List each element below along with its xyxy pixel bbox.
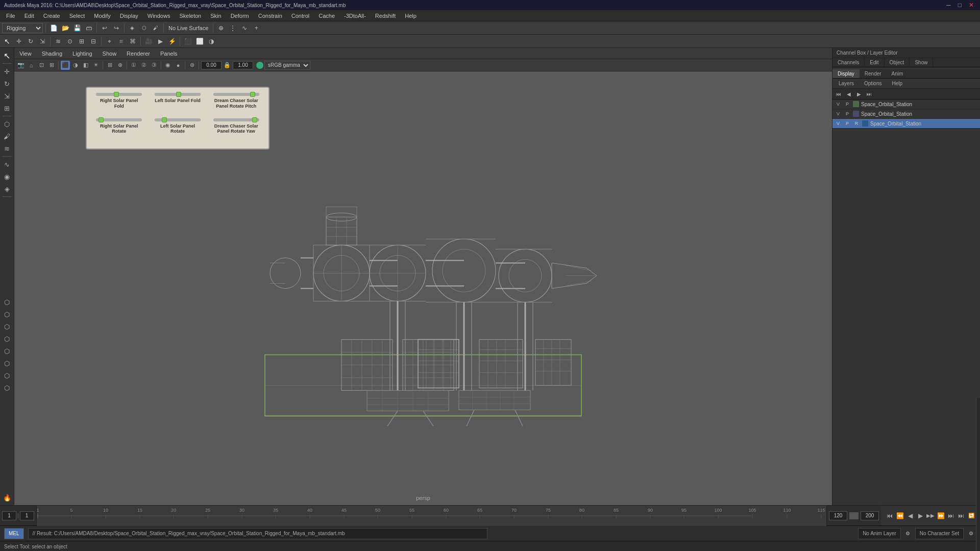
render-settings-btn[interactable]: 🎥 xyxy=(143,36,154,46)
prev-key-btn[interactable]: ⏪ xyxy=(895,511,904,520)
display-tab[interactable]: Display xyxy=(832,69,860,78)
right-solar-rotate-slider[interactable] xyxy=(96,118,142,121)
viewport-3d[interactable]: Right Solar Panel Fold Left Solar Panel … xyxy=(14,71,832,505)
dream-chaser-yaw-slider[interactable] xyxy=(213,118,259,121)
layer-btn-5[interactable]: ⬡ xyxy=(2,358,13,369)
lasso-btn[interactable]: ⬡ xyxy=(139,23,149,33)
play-reverse-btn[interactable]: ▶▶ xyxy=(926,511,935,520)
sculpt-btn[interactable]: ⊙ xyxy=(65,36,75,46)
right-solar-fold-handle[interactable] xyxy=(114,92,119,97)
renderer-menu[interactable]: Renderer xyxy=(124,49,153,58)
move-tool-left[interactable]: ✛ xyxy=(2,66,13,77)
layer-btn-3[interactable]: ⬡ xyxy=(2,333,13,344)
save-btn[interactable]: 💾 xyxy=(72,23,82,33)
next-key-btn[interactable]: ⏭ xyxy=(946,511,955,520)
menu-help[interactable]: Help xyxy=(401,12,421,20)
vt-fit-btn[interactable]: ⊡ xyxy=(37,61,46,70)
menu-select[interactable]: Select xyxy=(65,12,89,20)
goto-start-btn[interactable]: ⏮ xyxy=(885,511,894,520)
play-btn[interactable]: ▶ xyxy=(916,511,925,520)
layer-btn-4[interactable]: ⬡ xyxy=(2,345,13,357)
start-frame-input[interactable] xyxy=(2,511,16,520)
current-frame-input[interactable] xyxy=(20,511,34,520)
layer-btn-7[interactable]: ⬡ xyxy=(2,382,13,393)
render-btn[interactable]: ▶ xyxy=(155,36,165,46)
menu-edit[interactable]: Edit xyxy=(20,12,38,20)
menu-windows[interactable]: Windows xyxy=(143,12,175,20)
layers-subtab[interactable]: Layers xyxy=(835,80,858,87)
layer-r-3[interactable]: R xyxy=(853,120,860,127)
redo-btn[interactable]: ↪ xyxy=(111,23,121,33)
right-solar-rotate-handle[interactable] xyxy=(99,117,104,122)
maximize-btn[interactable]: □ xyxy=(956,2,964,9)
vt-isolate-btn[interactable]: ⊛ xyxy=(187,61,197,70)
help-subtab[interactable]: Help xyxy=(888,80,906,87)
menu-display[interactable]: Display xyxy=(116,12,142,20)
vt-xray-btn[interactable]: ◉ xyxy=(163,61,173,70)
vt-poly1-btn[interactable]: ① xyxy=(129,61,138,70)
vt-shade-btn[interactable]: ◑ xyxy=(71,61,80,70)
scale-tool-left[interactable]: ⇲ xyxy=(2,90,13,102)
undo-btn[interactable]: ↩ xyxy=(100,23,110,33)
no-anim-layer[interactable]: No Anim Layer xyxy=(858,528,901,539)
paint-sel-left[interactable]: 🖌 xyxy=(2,131,13,142)
menu-skin[interactable]: Skin xyxy=(206,12,225,20)
left-solar-fold-handle[interactable] xyxy=(176,92,181,97)
focal-input[interactable]: 0.00 xyxy=(201,61,222,69)
snap-view-btn[interactable]: ⌗ xyxy=(116,36,126,46)
snap-live-btn[interactable]: ⌖ xyxy=(104,36,114,46)
dream-chaser-yaw-control[interactable]: Dream Chaser Solar Panel Rotate Yaw xyxy=(212,118,260,135)
menu-deform[interactable]: Deform xyxy=(227,12,253,20)
magnet-btn[interactable]: ⊕ xyxy=(216,23,226,33)
panels-menu[interactable]: Panels xyxy=(157,49,181,58)
right-solar-rotate-control[interactable]: Right Solar Panel Rotate xyxy=(95,118,143,135)
mode-dropdown[interactable]: Rigging xyxy=(2,23,43,33)
right-panel-scrollbar[interactable] xyxy=(976,398,980,551)
loop-btn[interactable]: 🔁 xyxy=(967,511,976,520)
vt-shadow-btn[interactable]: ● xyxy=(174,61,183,70)
ipr-btn[interactable]: ⚡ xyxy=(167,36,177,46)
menu-control[interactable]: Control xyxy=(287,12,313,20)
right-solar-fold-slider[interactable] xyxy=(96,93,142,96)
layer-prev-prev-btn[interactable]: ⏮ xyxy=(835,90,843,98)
vt-poly3-btn[interactable]: ③ xyxy=(150,61,159,70)
show-shaded-btn[interactable]: ◑ xyxy=(206,36,216,46)
snap-curve-btn[interactable]: ∿ xyxy=(239,23,250,33)
show-manip-btn[interactable]: ⊞ xyxy=(77,36,87,46)
dream-chaser-pitch-control[interactable]: Dream Chaser Solar Panel Rotate Pitch xyxy=(212,93,260,109)
vt-sel-btn[interactable]: ⊞ xyxy=(47,61,56,70)
layer-v-3[interactable]: V xyxy=(835,120,842,127)
snap-grid-btn[interactable]: ⋮ xyxy=(228,23,238,33)
layer-next-btn[interactable]: ▶ xyxy=(855,90,863,98)
object-tab[interactable]: Object xyxy=(885,58,910,67)
goto-end-btn[interactable]: ⏭ xyxy=(957,511,966,520)
layer-next-next-btn[interactable]: ⏭ xyxy=(865,90,873,98)
vt-wireframe-btn[interactable]: ⬛ xyxy=(61,61,70,70)
timeline-ruler[interactable]: 1 5 10 15 20 25 30 35 40 45 50 xyxy=(37,506,826,526)
char-set-settings-btn[interactable]: ⚙ xyxy=(966,529,976,539)
open-btn[interactable]: 📂 xyxy=(60,23,70,33)
vt-tex-btn[interactable]: ◧ xyxy=(81,61,90,70)
left-solar-rotate-control[interactable]: Left Solar Panel Rotate xyxy=(154,118,202,135)
vt-lock-btn[interactable]: 🔒 xyxy=(223,61,232,70)
menu-file[interactable]: File xyxy=(2,12,19,20)
soft-sel-left[interactable]: ≋ xyxy=(2,143,13,154)
edit-tab[interactable]: Edit xyxy=(865,58,884,67)
dream-chaser-pitch-slider[interactable] xyxy=(213,93,259,96)
focal-max-input[interactable]: 1.00 xyxy=(233,61,253,69)
right-solar-fold-control[interactable]: Right Solar Panel Fold xyxy=(95,93,143,109)
lighting-menu[interactable]: Lighting xyxy=(69,49,95,58)
left-solar-fold-slider[interactable] xyxy=(155,93,201,96)
layer-row-3[interactable]: V P R Space_Orbital_Station xyxy=(832,119,980,129)
anim-layer-settings-btn[interactable]: ⚙ xyxy=(903,529,913,539)
left-solar-fold-control[interactable]: Left Solar Panel Fold xyxy=(154,93,202,104)
vt-grid-btn[interactable]: ⊞ xyxy=(105,61,114,70)
prev-frame-btn[interactable]: ◀ xyxy=(905,511,915,520)
dream-chaser-pitch-handle[interactable] xyxy=(250,92,255,97)
menu-redshift[interactable]: Redshift xyxy=(371,12,400,20)
no-character-set[interactable]: No Character Set xyxy=(915,528,964,539)
menu-cache[interactable]: Cache xyxy=(314,12,339,20)
show-smooth-btn[interactable]: ⬜ xyxy=(194,36,205,46)
options-subtab[interactable]: Options xyxy=(860,80,886,87)
layer-prev-btn[interactable]: ◀ xyxy=(845,90,853,98)
